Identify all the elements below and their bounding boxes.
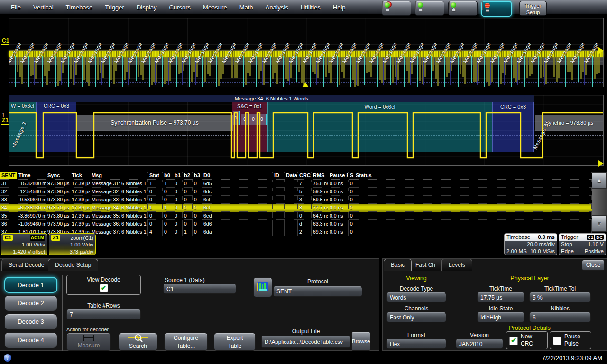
- menu-item-analysis[interactable]: Analysis: [259, 4, 294, 11]
- c1-bar: [57, 57, 59, 86]
- ticktime-tol-field[interactable]: 5 %: [529, 292, 591, 302]
- idle-state-field[interactable]: IdleHigh: [477, 312, 524, 322]
- trigger-position-marker[interactable]: [302, 82, 309, 87]
- timebase-box[interactable]: Timebase 0.0 ms 20.0 ms/div 2.00 MS 10.0…: [504, 233, 557, 255]
- trigger-box[interactable]: Trigger C1DC Stop -1.10 V Edge Positive: [559, 233, 606, 255]
- table-header-stat[interactable]: Stat: [148, 172, 163, 179]
- decode-1-button[interactable]: Decode 1: [4, 277, 57, 293]
- c1-bar: [245, 57, 247, 85]
- c1-level-arrow[interactable]: [598, 47, 604, 54]
- table-cell: 0: [173, 196, 183, 203]
- z1-level-arrow[interactable]: [598, 160, 604, 167]
- table-cell: 77.7 ns: [312, 204, 328, 211]
- version-field[interactable]: JAN2010: [456, 339, 503, 349]
- table-cell: Message 35: 6 Nibbles 1 ...: [90, 212, 148, 219]
- info-icon[interactable]: i: [4, 354, 11, 362]
- table-header-pause-p[interactable]: Pause P: [328, 172, 349, 179]
- menu-item-utilities[interactable]: Utilities: [294, 4, 327, 11]
- table-header-time[interactable]: Time: [17, 172, 46, 179]
- tab-decode-setup[interactable]: Decode Setup: [48, 259, 98, 271]
- table-row-32[interactable]: 32-12.54580 ms973.90 µs17.39 µsMessage 3…: [0, 188, 592, 196]
- protocol-field[interactable]: SENT: [273, 286, 362, 297]
- auto-trigger-button[interactable]: [382, 1, 411, 16]
- nibbles-field[interactable]: 6: [529, 312, 591, 322]
- browse-button[interactable]: Browse: [351, 332, 370, 351]
- table-header-id[interactable]: ID: [273, 172, 285, 179]
- table-cell: 0: [349, 204, 354, 211]
- c1-spike: [230, 56, 230, 87]
- tab-levels[interactable]: Levels: [441, 259, 472, 271]
- tab-serial-decode[interactable]: Serial Decode: [1, 259, 51, 271]
- decode-4-button[interactable]: Decode 4: [4, 332, 57, 348]
- table-header-tick[interactable]: Tick: [70, 172, 90, 179]
- export-table-button[interactable]: Export Table: [214, 333, 256, 351]
- z1-zoom-grid[interactable]: S&C = 0x1 Word = 0x6cf CRC = 0x3 W = 0x6…: [9, 95, 604, 166]
- menu-item-measure[interactable]: Measure: [197, 4, 233, 11]
- scrollbar-down-button[interactable]: ▼: [592, 215, 607, 232]
- pause-pulse-checkbox[interactable]: [553, 337, 561, 345]
- view-decode-checkbox[interactable]: ✔: [100, 284, 108, 292]
- menu-item-cursors[interactable]: Cursors: [163, 4, 197, 11]
- c1-bar: [30, 57, 32, 76]
- table-cell: [354, 196, 592, 203]
- scrollbar-up-button[interactable]: ▲: [592, 172, 607, 189]
- table-header-s[interactable]: S: [349, 172, 354, 179]
- table-cell: Message 32: 6 Nibbles 1 ...: [90, 188, 148, 195]
- table-header-b0[interactable]: b0: [163, 172, 173, 179]
- trigger-setup-button[interactable]: Trigger Setup: [519, 1, 547, 16]
- protocol-icon-button[interactable]: [253, 277, 272, 297]
- menu-item-math[interactable]: Math: [233, 4, 259, 11]
- menu-item-file[interactable]: File: [5, 4, 27, 11]
- tab-fast-ch[interactable]: Fast Ch: [408, 259, 442, 271]
- search-button[interactable]: Search: [119, 333, 157, 351]
- table-cell: 6da: [202, 228, 273, 236]
- menu-item-help[interactable]: Help: [327, 4, 352, 11]
- table-cell: [354, 180, 592, 187]
- table-header-sent[interactable]: SENT: [0, 172, 17, 179]
- table-row-35[interactable]: 35-3.869070 ms973.80 µs17.39 µsMessage 3…: [0, 212, 592, 220]
- decode-2-button[interactable]: Decode 2: [4, 295, 57, 311]
- table-cell: 0: [193, 220, 202, 228]
- menu-item-timebase[interactable]: Timebase: [60, 4, 99, 11]
- table-header-crc[interactable]: CRC: [298, 172, 312, 179]
- close-button[interactable]: Close: [582, 260, 605, 271]
- c1-descriptor-box[interactable]: C1 AC1M 1.00 V/div 1.420 V offset: [1, 233, 47, 255]
- output-file-field[interactable]: D:\Applicatio...\DecodeTable.csv: [261, 336, 350, 348]
- channels-field[interactable]: Fast Only: [386, 312, 446, 322]
- measure-button[interactable]: Measure: [66, 333, 111, 351]
- z1-descriptor-box[interactable]: Z1 zoom(C1) 1.00 V/div 373 µs/div: [49, 233, 96, 255]
- new-crc-checkbox[interactable]: ✔: [509, 337, 518, 345]
- menu-item-display[interactable]: Display: [130, 4, 163, 11]
- menu-item-trigger[interactable]: Trigger: [99, 4, 130, 11]
- table-cell: 64.9 ns: [312, 212, 328, 219]
- table-header-b3[interactable]: b3: [193, 172, 202, 179]
- table-header-sync[interactable]: Sync: [46, 172, 70, 179]
- format-field[interactable]: Hex: [386, 339, 446, 349]
- table-scrollbar[interactable]: ▲ ▼: [592, 172, 607, 232]
- search-icon: [128, 334, 148, 342]
- single-trigger-button[interactable]: 1: [448, 1, 478, 16]
- normal-trigger-button[interactable]: [415, 1, 444, 16]
- decode-3-button[interactable]: Decode 3: [4, 314, 57, 330]
- table-row-36[interactable]: 36-1.069460 ms973.90 µs17.39 µsMessage 3…: [0, 220, 592, 228]
- ticktime-field[interactable]: 17.75 µs: [477, 292, 524, 302]
- table-rows-field[interactable]: 7: [66, 309, 141, 319]
- stop-trigger-button[interactable]: [481, 1, 512, 17]
- menu-item-vertical[interactable]: Vertical: [27, 4, 60, 11]
- table-header-rms[interactable]: RMS: [312, 172, 328, 179]
- table-header-status[interactable]: Status: [354, 172, 592, 179]
- table-header-msg[interactable]: Msg: [90, 172, 148, 179]
- table-header-b2[interactable]: b2: [183, 172, 193, 179]
- table-row-33[interactable]: 33-9.589640 ms973.80 µs17.39 µsMessage 3…: [0, 196, 592, 204]
- table-row-34[interactable]: 34-6.738030 ms973.70 µs17.39 µsMessage 3…: [0, 204, 592, 212]
- table-header-data[interactable]: Data: [285, 172, 298, 179]
- source1-field[interactable]: C1: [163, 284, 236, 294]
- c1-spike: [82, 56, 83, 87]
- c1-waveform-grid[interactable]: MessageMessageMessageMessageMessageMessa…: [9, 18, 604, 87]
- tab-basic[interactable]: Basic: [384, 259, 412, 271]
- configure-table-button[interactable]: Configure Table...: [164, 333, 208, 351]
- table-row-31[interactable]: 31-15.32800 ms973.90 µs17.39 µsMessage 3…: [0, 180, 592, 188]
- table-header-d0[interactable]: D0: [202, 172, 273, 179]
- decode-type-field[interactable]: Words: [386, 292, 446, 302]
- table-header-b1[interactable]: b1: [173, 172, 183, 179]
